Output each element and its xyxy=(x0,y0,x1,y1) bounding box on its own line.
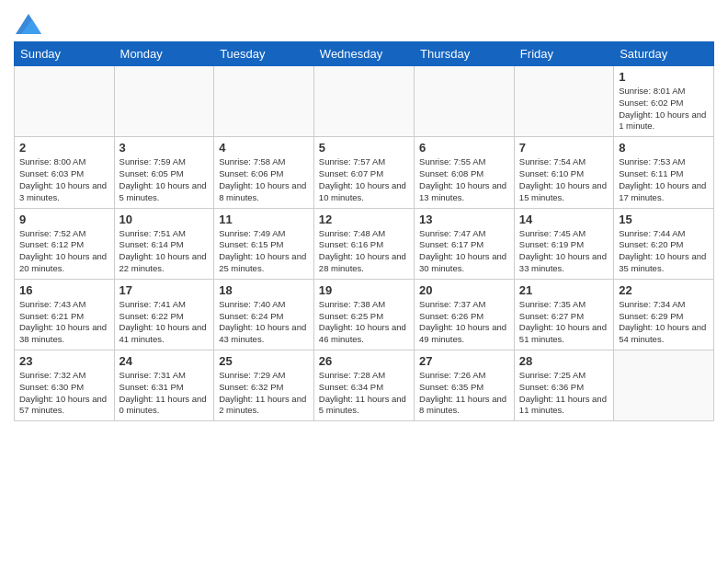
calendar-day-header: Tuesday xyxy=(214,42,314,66)
day-info: Sunrise: 7:41 AM Sunset: 6:22 PM Dayligh… xyxy=(119,299,210,346)
calendar-week-row: 9Sunrise: 7:52 AM Sunset: 6:12 PM Daylig… xyxy=(15,208,714,279)
calendar-day-cell xyxy=(15,66,115,137)
calendar-day-cell: 27Sunrise: 7:26 AM Sunset: 6:35 PM Dayli… xyxy=(415,350,515,421)
day-info: Sunrise: 7:47 AM Sunset: 6:17 PM Dayligh… xyxy=(419,228,509,275)
calendar-day-cell: 15Sunrise: 7:44 AM Sunset: 6:20 PM Dayli… xyxy=(614,208,714,279)
day-number: 8 xyxy=(619,141,709,155)
day-number: 10 xyxy=(119,213,210,226)
calendar-day-cell: 8Sunrise: 7:53 AM Sunset: 6:11 PM Daylig… xyxy=(614,137,714,208)
calendar-day-cell: 1Sunrise: 8:01 AM Sunset: 6:02 PM Daylig… xyxy=(614,66,714,137)
day-info: Sunrise: 7:32 AM Sunset: 6:30 PM Dayligh… xyxy=(19,370,109,417)
day-number: 2 xyxy=(19,141,109,155)
day-number: 23 xyxy=(19,354,109,368)
page-header xyxy=(14,14,714,34)
day-number: 4 xyxy=(219,141,309,155)
day-info: Sunrise: 7:40 AM Sunset: 6:24 PM Dayligh… xyxy=(219,299,309,346)
day-info: Sunrise: 7:49 AM Sunset: 6:15 PM Dayligh… xyxy=(219,228,309,275)
calendar-day-cell xyxy=(514,66,613,137)
calendar-day-cell: 2Sunrise: 8:00 AM Sunset: 6:03 PM Daylig… xyxy=(15,137,115,208)
calendar-day-cell: 11Sunrise: 7:49 AM Sunset: 6:15 PM Dayli… xyxy=(214,208,314,279)
calendar-day-cell: 4Sunrise: 7:58 AM Sunset: 6:06 PM Daylig… xyxy=(214,137,314,208)
day-info: Sunrise: 7:51 AM Sunset: 6:14 PM Dayligh… xyxy=(119,228,210,275)
calendar-day-cell: 14Sunrise: 7:45 AM Sunset: 6:19 PM Dayli… xyxy=(514,208,613,279)
day-info: Sunrise: 7:59 AM Sunset: 6:05 PM Dayligh… xyxy=(119,156,210,203)
calendar-day-cell xyxy=(313,66,414,137)
calendar-day-cell: 24Sunrise: 7:31 AM Sunset: 6:31 PM Dayli… xyxy=(114,350,214,421)
logo-icon xyxy=(16,14,41,34)
calendar-day-header: Monday xyxy=(114,42,214,66)
day-info: Sunrise: 7:45 AM Sunset: 6:19 PM Dayligh… xyxy=(519,228,609,275)
day-number: 21 xyxy=(519,283,609,297)
calendar-day-cell: 25Sunrise: 7:29 AM Sunset: 6:32 PM Dayli… xyxy=(214,350,314,421)
day-number: 1 xyxy=(619,70,709,84)
day-info: Sunrise: 7:48 AM Sunset: 6:16 PM Dayligh… xyxy=(319,228,409,275)
day-info: Sunrise: 7:34 AM Sunset: 6:29 PM Dayligh… xyxy=(619,299,709,346)
calendar-day-cell: 5Sunrise: 7:57 AM Sunset: 6:07 PM Daylig… xyxy=(313,137,414,208)
day-number: 24 xyxy=(119,354,210,368)
day-info: Sunrise: 7:54 AM Sunset: 6:10 PM Dayligh… xyxy=(519,156,609,203)
calendar-day-header: Wednesday xyxy=(313,42,414,66)
calendar-day-cell: 20Sunrise: 7:37 AM Sunset: 6:26 PM Dayli… xyxy=(415,279,515,350)
day-number: 12 xyxy=(319,213,409,226)
day-info: Sunrise: 7:57 AM Sunset: 6:07 PM Dayligh… xyxy=(319,156,409,203)
calendar-day-cell: 26Sunrise: 7:28 AM Sunset: 6:34 PM Dayli… xyxy=(313,350,414,421)
calendar-day-cell: 17Sunrise: 7:41 AM Sunset: 6:22 PM Dayli… xyxy=(114,279,214,350)
calendar-day-cell: 6Sunrise: 7:55 AM Sunset: 6:08 PM Daylig… xyxy=(415,137,515,208)
day-number: 6 xyxy=(419,141,509,155)
calendar-day-cell: 21Sunrise: 7:35 AM Sunset: 6:27 PM Dayli… xyxy=(514,279,613,350)
day-number: 19 xyxy=(319,283,409,297)
calendar-day-cell: 13Sunrise: 7:47 AM Sunset: 6:17 PM Dayli… xyxy=(415,208,515,279)
day-info: Sunrise: 7:26 AM Sunset: 6:35 PM Dayligh… xyxy=(419,370,509,417)
day-number: 5 xyxy=(319,141,409,155)
calendar-day-cell xyxy=(214,66,314,137)
calendar-week-row: 23Sunrise: 7:32 AM Sunset: 6:30 PM Dayli… xyxy=(15,350,714,421)
day-number: 26 xyxy=(319,354,409,368)
day-number: 20 xyxy=(419,283,509,297)
day-number: 14 xyxy=(519,213,609,226)
calendar-day-cell: 19Sunrise: 7:38 AM Sunset: 6:25 PM Dayli… xyxy=(313,279,414,350)
calendar-table: SundayMondayTuesdayWednesdayThursdayFrid… xyxy=(14,41,714,421)
day-number: 9 xyxy=(19,213,109,226)
calendar-day-cell xyxy=(614,350,714,421)
calendar-day-header: Thursday xyxy=(415,42,515,66)
day-number: 7 xyxy=(519,141,609,155)
logo xyxy=(14,14,41,34)
day-info: Sunrise: 7:44 AM Sunset: 6:20 PM Dayligh… xyxy=(619,228,709,275)
day-number: 13 xyxy=(419,213,509,226)
day-info: Sunrise: 7:25 AM Sunset: 6:36 PM Dayligh… xyxy=(519,370,609,417)
calendar-day-header: Friday xyxy=(514,42,613,66)
day-number: 22 xyxy=(619,283,709,297)
calendar-day-cell: 9Sunrise: 7:52 AM Sunset: 6:12 PM Daylig… xyxy=(15,208,115,279)
day-number: 3 xyxy=(119,141,210,155)
day-number: 15 xyxy=(619,213,709,226)
day-number: 28 xyxy=(519,354,609,368)
calendar-day-cell: 10Sunrise: 7:51 AM Sunset: 6:14 PM Dayli… xyxy=(114,208,214,279)
calendar-day-cell: 28Sunrise: 7:25 AM Sunset: 6:36 PM Dayli… xyxy=(514,350,613,421)
page-container: SundayMondayTuesdayWednesdayThursdayFrid… xyxy=(0,0,728,431)
day-number: 16 xyxy=(19,283,109,297)
day-info: Sunrise: 7:31 AM Sunset: 6:31 PM Dayligh… xyxy=(119,370,210,417)
calendar-day-cell: 18Sunrise: 7:40 AM Sunset: 6:24 PM Dayli… xyxy=(214,279,314,350)
day-info: Sunrise: 8:00 AM Sunset: 6:03 PM Dayligh… xyxy=(19,156,109,203)
day-info: Sunrise: 7:52 AM Sunset: 6:12 PM Dayligh… xyxy=(19,228,109,275)
day-info: Sunrise: 7:28 AM Sunset: 6:34 PM Dayligh… xyxy=(319,370,409,417)
day-info: Sunrise: 7:43 AM Sunset: 6:21 PM Dayligh… xyxy=(19,299,109,346)
day-info: Sunrise: 7:53 AM Sunset: 6:11 PM Dayligh… xyxy=(619,156,709,203)
calendar-day-cell xyxy=(114,66,214,137)
calendar-day-cell xyxy=(415,66,515,137)
calendar-day-cell: 3Sunrise: 7:59 AM Sunset: 6:05 PM Daylig… xyxy=(114,137,214,208)
day-info: Sunrise: 7:38 AM Sunset: 6:25 PM Dayligh… xyxy=(319,299,409,346)
day-info: Sunrise: 7:35 AM Sunset: 6:27 PM Dayligh… xyxy=(519,299,609,346)
calendar-day-cell: 23Sunrise: 7:32 AM Sunset: 6:30 PM Dayli… xyxy=(15,350,115,421)
calendar-week-row: 1Sunrise: 8:01 AM Sunset: 6:02 PM Daylig… xyxy=(15,66,714,137)
calendar-day-cell: 12Sunrise: 7:48 AM Sunset: 6:16 PM Dayli… xyxy=(313,208,414,279)
calendar-day-cell: 16Sunrise: 7:43 AM Sunset: 6:21 PM Dayli… xyxy=(15,279,115,350)
calendar-week-row: 2Sunrise: 8:00 AM Sunset: 6:03 PM Daylig… xyxy=(15,137,714,208)
calendar-day-cell: 22Sunrise: 7:34 AM Sunset: 6:29 PM Dayli… xyxy=(614,279,714,350)
calendar-week-row: 16Sunrise: 7:43 AM Sunset: 6:21 PM Dayli… xyxy=(15,279,714,350)
day-number: 11 xyxy=(219,213,309,226)
day-info: Sunrise: 8:01 AM Sunset: 6:02 PM Dayligh… xyxy=(619,86,709,132)
calendar-day-cell: 7Sunrise: 7:54 AM Sunset: 6:10 PM Daylig… xyxy=(514,137,613,208)
day-info: Sunrise: 7:58 AM Sunset: 6:06 PM Dayligh… xyxy=(219,156,309,203)
day-number: 25 xyxy=(219,354,309,368)
